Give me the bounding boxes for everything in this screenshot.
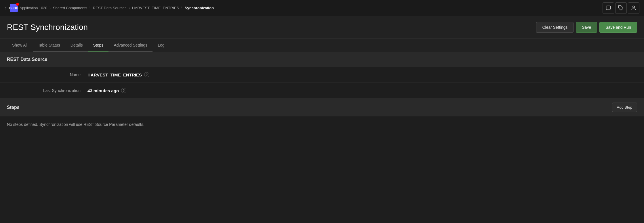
main-content: REST Data Source Name HARVEST_TIME_ENTRI… (0, 52, 644, 132)
steps-section-header: Steps Add Step (0, 99, 644, 116)
rest-data-source-section-header: REST Data Source (0, 52, 644, 67)
breadcrumb-current: Synchronization (185, 6, 214, 10)
name-value: HARVEST_TIME_ENTRIES ? (87, 72, 149, 77)
up-arrow-button[interactable]: ↑ (5, 5, 7, 11)
save-and-run-button[interactable]: Save and Run (599, 22, 637, 33)
page-header: REST Synchronization Clear Settings Save… (0, 16, 644, 39)
add-step-button[interactable]: Add Step (612, 103, 637, 112)
steps-empty-message: No steps defined. Synchronization will u… (0, 116, 644, 132)
last-sync-value-text: 43 minutes ago (87, 88, 119, 93)
app-icon: BLOG (10, 4, 18, 12)
feedback-button[interactable] (603, 2, 614, 14)
last-sync-field-row: Last Synchronization 43 minutes ago ? (0, 83, 644, 99)
clear-settings-button[interactable]: Clear Settings (536, 22, 573, 33)
last-sync-label: Last Synchronization (7, 88, 87, 93)
last-sync-value: 43 minutes ago ? (87, 88, 126, 93)
name-label: Name (7, 72, 87, 77)
breadcrumb-app[interactable]: Application 1020 (20, 6, 47, 10)
name-help-icon[interactable]: ? (144, 72, 149, 77)
tab-steps[interactable]: Steps (88, 39, 109, 52)
save-button[interactable]: Save (576, 22, 597, 33)
topbar: ↑ BLOG Application 1020 \ Shared Compone… (0, 0, 644, 16)
page-title: REST Synchronization (7, 23, 88, 32)
breadcrumb-area: ↑ BLOG Application 1020 \ Shared Compone… (5, 4, 214, 12)
user-button[interactable] (628, 2, 639, 14)
tab-log[interactable]: Log (153, 39, 169, 52)
tab-navigation: Show All Table Status Details Steps Adva… (0, 39, 644, 52)
tab-table-status[interactable]: Table Status (33, 39, 65, 52)
name-value-text: HARVEST_TIME_ENTRIES (87, 72, 142, 77)
breadcrumb-shared-components[interactable]: Shared Components (53, 6, 87, 10)
rest-data-source-form: Name HARVEST_TIME_ENTRIES ? Last Synchro… (0, 67, 644, 99)
name-field-row: Name HARVEST_TIME_ENTRIES ? (0, 67, 644, 83)
breadcrumb-rest-data-sources[interactable]: REST Data Sources (93, 6, 127, 10)
last-sync-help-icon[interactable]: ? (121, 88, 126, 93)
svg-point-1 (633, 6, 635, 8)
app-icon-badge (16, 3, 19, 6)
steps-title: Steps (7, 105, 20, 110)
tab-show-all[interactable]: Show All (7, 39, 33, 52)
topbar-actions (603, 2, 639, 14)
tab-details[interactable]: Details (65, 39, 88, 52)
tab-advanced-settings[interactable]: Advanced Settings (108, 39, 153, 52)
header-actions: Clear Settings Save Save and Run (536, 22, 637, 33)
breadcrumb-harvest[interactable]: HARVEST_TIME_ENTRIES (132, 6, 179, 10)
tag-button[interactable] (615, 2, 627, 14)
